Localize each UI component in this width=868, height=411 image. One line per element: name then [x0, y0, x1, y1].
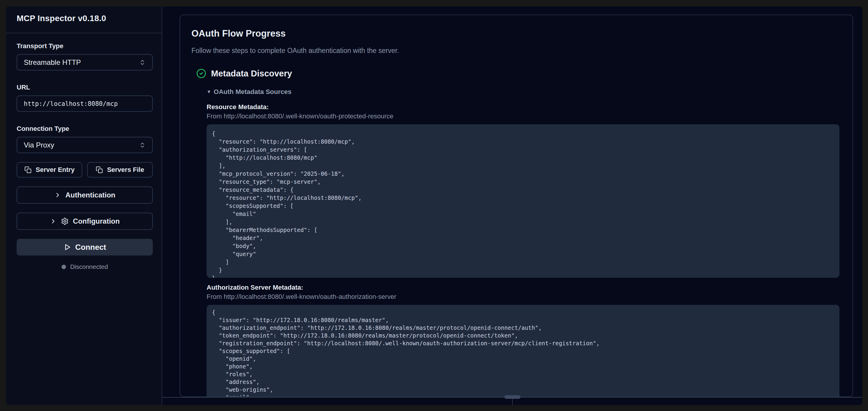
copy-icon: [24, 166, 32, 173]
copy-icon: [96, 166, 103, 173]
page-title: OAuth Flow Progress: [191, 28, 839, 39]
servers-file-button[interactable]: Servers File: [87, 162, 153, 178]
sidebar-header: MCP Inspector v0.18.0: [6, 6, 162, 33]
authentication-label: Authentication: [65, 191, 115, 199]
server-config-buttons: Server Entry Servers File: [17, 162, 153, 178]
chevron-right-icon: [54, 192, 61, 199]
gear-icon: [61, 217, 69, 225]
sidebar: MCP Inspector v0.18.0 Transport Type Str…: [6, 6, 162, 405]
authorization-server-metadata-heading: Authorization Server Metadata:: [207, 284, 839, 291]
check-circle-icon: [196, 68, 206, 79]
status-text: Disconnected: [70, 263, 108, 270]
connection-status: Disconnected: [17, 263, 153, 270]
main-area: OAuth Flow Progress Follow these steps t…: [162, 6, 862, 405]
chevrons-up-down-icon: [139, 142, 146, 148]
step-metadata-discovery: Metadata Discovery ▼ OAuth Metadata Sour…: [191, 68, 839, 397]
panel-resize-stem: [512, 399, 513, 405]
transport-type-select[interactable]: Streamable HTTP: [17, 54, 153, 70]
configuration-label: Configuration: [73, 217, 120, 226]
oauth-metadata-sources-label: OAuth Metadata Sources: [214, 88, 291, 96]
status-dot-icon: [62, 265, 66, 269]
transport-type-value: Streamable HTTP: [24, 58, 81, 67]
resource-metadata-source: From http://localhost:8080/.well-known/o…: [207, 112, 839, 120]
oauth-flow-panel: OAuth Flow Progress Follow these steps t…: [180, 14, 853, 397]
step-header: Metadata Discovery: [196, 68, 839, 79]
step-title: Metadata Discovery: [211, 69, 292, 79]
authorization-server-metadata-source: From http://localhost:8080/.well-known/o…: [207, 293, 839, 301]
connect-label: Connect: [75, 243, 106, 252]
disclosure-triangle-icon: ▼: [207, 89, 211, 94]
configuration-button[interactable]: Configuration: [17, 213, 153, 230]
authentication-button[interactable]: Authentication: [17, 186, 153, 204]
servers-file-label: Servers File: [107, 166, 144, 174]
url-field-wrapper: [17, 95, 153, 112]
resource-metadata-heading: Resource Metadata:: [207, 103, 839, 111]
authorization-server-metadata-json: { "issuer": "http://172.18.0.16:8080/rea…: [207, 305, 839, 397]
oauth-metadata-sources-toggle[interactable]: ▼ OAuth Metadata Sources: [207, 88, 839, 96]
app-title: MCP Inspector v0.18.0: [17, 14, 162, 23]
page-subtitle: Follow these steps to complete OAuth aut…: [191, 46, 839, 55]
chevrons-up-down-icon: [139, 59, 146, 66]
resource-metadata-json: { "resource": "http://localhost:8080/mcp…: [207, 124, 839, 278]
play-icon: [63, 243, 71, 251]
panel-resize-handle[interactable]: [504, 395, 521, 399]
app-window: MCP Inspector v0.18.0 Transport Type Str…: [6, 6, 862, 405]
server-entry-label: Server Entry: [36, 166, 74, 174]
server-entry-button[interactable]: Server Entry: [17, 162, 82, 178]
sidebar-body: Transport Type Streamable HTTP URL Conne…: [6, 33, 162, 270]
connect-button[interactable]: Connect: [17, 239, 153, 256]
chevron-right-icon: [50, 218, 57, 225]
step-body: ▼ OAuth Metadata Sources Resource Metada…: [207, 88, 839, 397]
url-input[interactable]: [24, 100, 146, 107]
connection-type-label: Connection Type: [17, 125, 153, 133]
connection-type-value: Via Proxy: [24, 141, 54, 149]
url-label: URL: [17, 84, 153, 91]
connection-type-select[interactable]: Via Proxy: [17, 137, 153, 153]
transport-type-label: Transport Type: [17, 42, 153, 50]
